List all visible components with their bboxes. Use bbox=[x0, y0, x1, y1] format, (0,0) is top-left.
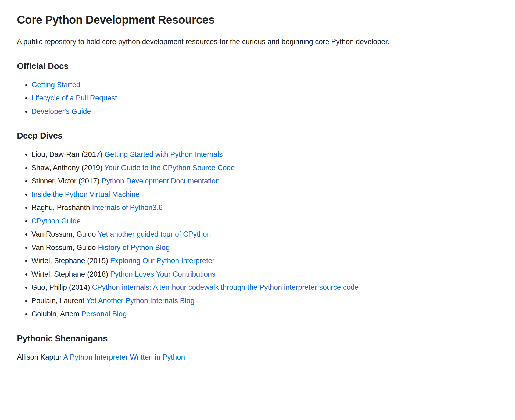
list-item: Wirtel, Stephane (2018) Python Loves You… bbox=[31, 269, 499, 280]
item-prefix: Allison Kaptur bbox=[17, 353, 63, 361]
item-link[interactable]: CPython Guide bbox=[31, 217, 81, 225]
section-heading-pythonic-shenanigans: Pythonic Shenanigans bbox=[17, 332, 499, 345]
item-link[interactable]: Getting Started bbox=[31, 81, 80, 89]
readme-document: Core Python Development Resources A publ… bbox=[0, 0, 515, 420]
list-item: Wirtel, Stephane (2015) Exploring Our Py… bbox=[31, 255, 499, 266]
item-link[interactable]: Yet Another Python Internals Blog bbox=[86, 297, 195, 305]
item-link[interactable]: Yet another guided tour of CPython bbox=[98, 230, 211, 238]
item-link[interactable]: Lifecycle of a Pull Request bbox=[31, 94, 117, 102]
item-prefix: Wirtel, Stephane (2018) bbox=[31, 270, 110, 278]
list-item: Developer's Guide bbox=[31, 106, 499, 117]
item-prefix: Wirtel, Stephane (2015) bbox=[31, 257, 110, 265]
page-title: Core Python Development Resources bbox=[17, 11, 499, 28]
list-item: Liou, Daw-Ran (2017) Getting Started wit… bbox=[31, 149, 499, 160]
shenanigans-entry: Allison Kaptur A Python Interpreter Writ… bbox=[17, 352, 499, 363]
item-link[interactable]: CPython internals: A ten-hour codewalk t… bbox=[92, 283, 359, 291]
item-link[interactable]: Your Guide to the CPython Source Code bbox=[104, 164, 235, 172]
section-heading-deep-dives: Deep Dives bbox=[17, 129, 499, 142]
item-link[interactable]: Inside the Python Virtual Machine bbox=[31, 190, 140, 198]
item-link[interactable]: Python Development Documentation bbox=[102, 177, 220, 185]
item-prefix: Raghu, Prashanth bbox=[31, 204, 92, 212]
item-prefix: Guo, Philip (2014) bbox=[31, 283, 92, 291]
list-item: Stinner, Victor (2017) Python Developmen… bbox=[31, 176, 499, 187]
official-docs-list: Getting Started Lifecycle of a Pull Requ… bbox=[17, 79, 499, 117]
item-link[interactable]: A Python Interpreter Written in Python bbox=[63, 353, 185, 361]
item-prefix: Golubin, Artem bbox=[31, 310, 81, 318]
list-item: Poulain, Laurent Yet Another Python Inte… bbox=[31, 295, 499, 306]
item-link[interactable]: Personal Blog bbox=[81, 310, 127, 318]
list-item: Raghu, Prashanth Internals of Python3.6 bbox=[31, 202, 499, 213]
item-prefix: Van Rossum, Guido bbox=[31, 244, 98, 252]
item-link[interactable]: Developer's Guide bbox=[31, 107, 91, 115]
item-link[interactable]: Internals of Python3.6 bbox=[92, 204, 163, 212]
list-item: Getting Started bbox=[31, 79, 499, 90]
deep-dives-list: Liou, Daw-Ran (2017) Getting Started wit… bbox=[17, 149, 499, 320]
intro-paragraph: A public repository to hold core python … bbox=[17, 36, 499, 47]
item-link[interactable]: Exploring Our Python Interpreter bbox=[110, 257, 215, 265]
list-item: Van Rossum, Guido History of Python Blog bbox=[31, 242, 499, 253]
list-item: Guo, Philip (2014) CPython internals: A … bbox=[31, 282, 499, 293]
list-item: CPython Guide bbox=[31, 216, 499, 227]
item-link[interactable]: Python Loves Your Contributions bbox=[110, 270, 216, 278]
item-link[interactable]: History of Python Blog bbox=[98, 244, 170, 252]
item-prefix: Liou, Daw-Ran (2017) bbox=[31, 150, 105, 158]
item-link[interactable]: Getting Started with Python Internals bbox=[105, 150, 223, 158]
section-heading-official-docs: Official Docs bbox=[17, 60, 499, 73]
list-item: Lifecycle of a Pull Request bbox=[31, 93, 499, 104]
list-item: Inside the Python Virtual Machine bbox=[31, 189, 499, 200]
item-prefix: Van Rossum, Guido bbox=[31, 230, 98, 238]
item-prefix: Stinner, Victor (2017) bbox=[31, 177, 102, 185]
item-prefix: Shaw, Anthony (2019) bbox=[31, 164, 104, 172]
list-item: Golubin, Artem Personal Blog bbox=[31, 309, 499, 320]
item-prefix: Poulain, Laurent bbox=[31, 297, 86, 305]
list-item: Shaw, Anthony (2019) Your Guide to the C… bbox=[31, 162, 499, 173]
list-item: Van Rossum, Guido Yet another guided tou… bbox=[31, 229, 499, 240]
